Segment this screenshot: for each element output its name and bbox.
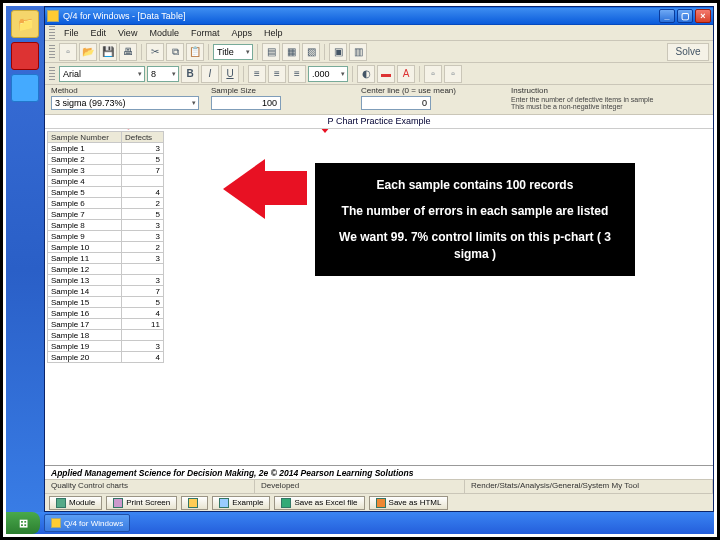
menu-format[interactable]: Format bbox=[186, 27, 225, 39]
table-row: Sample 12 bbox=[48, 264, 164, 275]
desktop-icon[interactable] bbox=[11, 74, 39, 102]
minimize-button[interactable]: _ bbox=[659, 9, 675, 23]
callout-line: The number of errors in each sample are … bbox=[327, 203, 623, 219]
table-row: Sample 133 bbox=[48, 275, 164, 286]
save-excel-button[interactable]: Save as Excel file bbox=[274, 496, 364, 510]
fill-icon[interactable]: ▬ bbox=[377, 65, 395, 83]
open-icon[interactable]: 📂 bbox=[79, 43, 97, 61]
table-row: Sample 193 bbox=[48, 341, 164, 352]
app-window: Q/4 for Windows - [Data Table] _ ▢ × Fil… bbox=[44, 6, 714, 512]
window-title: Q/4 for Windows - [Data Table] bbox=[63, 11, 185, 21]
table-row: Sample 83 bbox=[48, 220, 164, 231]
table-row: Sample 93 bbox=[48, 231, 164, 242]
font-name-select[interactable]: Arial bbox=[59, 66, 145, 82]
table-row: Sample 62 bbox=[48, 198, 164, 209]
bottom-button-row: Module Print Screen Example Save as Exce… bbox=[45, 493, 713, 511]
maximize-button[interactable]: ▢ bbox=[677, 9, 693, 23]
menu-help[interactable]: Help bbox=[259, 27, 288, 39]
menu-apps[interactable]: Apps bbox=[226, 27, 257, 39]
menu-file[interactable]: File bbox=[59, 27, 84, 39]
taskbar: ⊞ Q/4 for Windows bbox=[6, 512, 714, 534]
tool-icon[interactable]: ▣ bbox=[329, 43, 347, 61]
app-icon bbox=[47, 10, 59, 22]
callout-line: Each sample contains 100 records bbox=[327, 177, 623, 193]
bold-icon[interactable]: B bbox=[181, 65, 199, 83]
close-button[interactable]: × bbox=[695, 9, 711, 23]
zoom-select[interactable]: .000 bbox=[308, 66, 348, 82]
copy-icon[interactable]: ⧉ bbox=[166, 43, 184, 61]
table-row: Sample 37 bbox=[48, 165, 164, 176]
excel-icon bbox=[281, 498, 291, 508]
table-row: Sample 4 bbox=[48, 176, 164, 187]
tool-icon[interactable]: ▦ bbox=[282, 43, 300, 61]
document-title: P Chart Practice Example bbox=[45, 115, 713, 129]
cut-icon[interactable]: ✂ bbox=[146, 43, 164, 61]
example-icon bbox=[219, 498, 229, 508]
font-size-select[interactable]: 8 bbox=[147, 66, 179, 82]
table-row: Sample 75 bbox=[48, 209, 164, 220]
table-row: Sample 155 bbox=[48, 297, 164, 308]
menu-view[interactable]: View bbox=[113, 27, 142, 39]
menubar: File Edit View Module Format Apps Help bbox=[45, 25, 713, 41]
tool-icon[interactable]: ▫ bbox=[424, 65, 442, 83]
title-dropdown[interactable]: Title bbox=[213, 44, 253, 60]
table-row: Sample 113 bbox=[48, 253, 164, 264]
center-line-label: Center line (0 = use mean) bbox=[361, 86, 499, 95]
table-row: Sample 13 bbox=[48, 143, 164, 154]
table-row: Sample 25 bbox=[48, 154, 164, 165]
instruction-label: Instruction bbox=[511, 86, 707, 95]
align-left-icon[interactable]: ≡ bbox=[248, 65, 266, 83]
titlebar: Q/4 for Windows - [Data Table] _ ▢ × bbox=[45, 7, 713, 25]
status-mid: Developed bbox=[255, 480, 465, 493]
save-icon[interactable]: 💾 bbox=[99, 43, 117, 61]
gripper-icon bbox=[49, 26, 55, 40]
status-right: Render/Stats/Analysis/General/System My … bbox=[465, 480, 713, 493]
sample-size-label: Sample Size bbox=[211, 86, 349, 95]
data-table: Sample Number Defects Sample 13 Sample 2… bbox=[47, 131, 164, 363]
desktop-icon[interactable]: 📁 bbox=[11, 10, 39, 38]
tool-icon[interactable]: ▧ bbox=[302, 43, 320, 61]
sample-size-input[interactable]: 100 bbox=[211, 96, 281, 110]
solve-button[interactable]: Solve bbox=[667, 43, 709, 61]
table-row: Sample 204 bbox=[48, 352, 164, 363]
toolbar-format: Arial 8 B I U ≡ ≡ ≡ .000 ◐ ▬ A ▫ ▫ bbox=[45, 63, 713, 85]
center-line-input[interactable]: 0 bbox=[361, 96, 431, 110]
example-button[interactable]: Example bbox=[212, 496, 270, 510]
print-icon[interactable]: 🖶 bbox=[119, 43, 137, 61]
start-button[interactable]: ⊞ bbox=[6, 512, 40, 534]
desktop-icon[interactable] bbox=[11, 42, 39, 70]
italic-icon[interactable]: I bbox=[201, 65, 219, 83]
table-row: Sample 147 bbox=[48, 286, 164, 297]
col-sample: Sample Number bbox=[48, 132, 122, 143]
module-icon bbox=[56, 498, 66, 508]
tool-icon[interactable]: ▤ bbox=[262, 43, 280, 61]
tool-icon[interactable]: ▥ bbox=[349, 43, 367, 61]
taskbar-app-label: Q/4 for Windows bbox=[64, 519, 123, 528]
method-label: Method bbox=[51, 86, 199, 95]
callout-line: We want 99. 7% control limits on this p-… bbox=[327, 229, 623, 261]
font-color-icon[interactable]: A bbox=[397, 65, 415, 83]
color-icon[interactable]: ◐ bbox=[357, 65, 375, 83]
paste-icon[interactable]: 📋 bbox=[186, 43, 204, 61]
tool-button[interactable] bbox=[181, 496, 208, 510]
footer-text: Applied Management Science for Decision … bbox=[45, 465, 713, 479]
table-row: Sample 102 bbox=[48, 242, 164, 253]
app-icon bbox=[51, 518, 61, 528]
tool-icon[interactable]: ▫ bbox=[444, 65, 462, 83]
status-left: Quality Control charts bbox=[45, 480, 255, 493]
new-icon[interactable]: ▫ bbox=[59, 43, 77, 61]
table-row: Sample 1711 bbox=[48, 319, 164, 330]
print-screen-button[interactable]: Print Screen bbox=[106, 496, 177, 510]
underline-icon[interactable]: U bbox=[221, 65, 239, 83]
module-button[interactable]: Module bbox=[49, 496, 102, 510]
align-center-icon[interactable]: ≡ bbox=[268, 65, 286, 83]
menu-edit[interactable]: Edit bbox=[86, 27, 112, 39]
save-html-button[interactable]: Save as HTML bbox=[369, 496, 449, 510]
taskbar-app-button[interactable]: Q/4 for Windows bbox=[44, 514, 130, 532]
align-right-icon[interactable]: ≡ bbox=[288, 65, 306, 83]
data-area: Sample Number Defects Sample 13 Sample 2… bbox=[45, 129, 713, 465]
desktop-strip: 📁 bbox=[6, 6, 44, 534]
method-select[interactable]: 3 sigma (99.73%) bbox=[51, 96, 199, 110]
toolbar-main: ▫ 📂 💾 🖶 ✂ ⧉ 📋 Title ▤ ▦ ▧ ▣ ▥ Solve bbox=[45, 41, 713, 63]
menu-module[interactable]: Module bbox=[144, 27, 184, 39]
